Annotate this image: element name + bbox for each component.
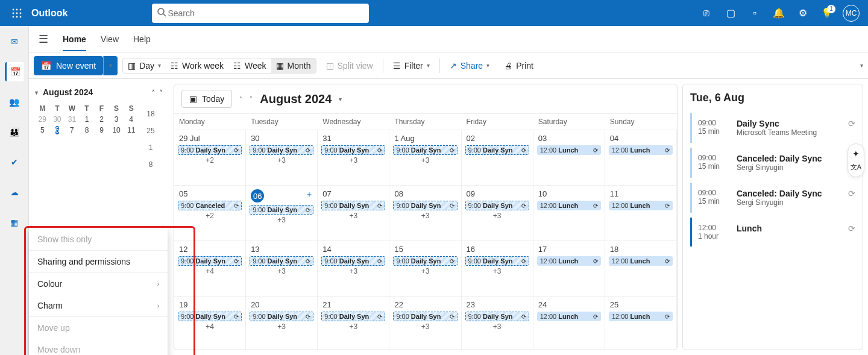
more-events[interactable]: +3 (248, 267, 315, 275)
tips-icon[interactable]: 💡1 (815, 1, 839, 25)
tab-view[interactable]: View (101, 34, 119, 44)
more-events[interactable]: +3 (464, 212, 530, 220)
more-events[interactable]: +3 (392, 156, 458, 165)
filter-button[interactable]: ☰ Filter ▾ (388, 58, 435, 73)
calendar-rail-icon[interactable]: 📅 (5, 62, 24, 81)
day-cell[interactable]: 1812:00 Lunch⟳ (605, 241, 677, 297)
ctx-sharing[interactable]: Sharing and permissions (29, 251, 168, 272)
day-cell[interactable]: 159:00 Daily Syn⟳+3 (389, 241, 461, 297)
calendar-event[interactable]: 9:00 Canceled⟳ (178, 201, 242, 210)
day-cell[interactable]: 2512:00 Lunch⟳ (605, 297, 677, 350)
view-workweek-button[interactable]: ☷ Work week (166, 58, 228, 73)
calendar-event[interactable]: 9:00 Daily Syn⟳ (250, 205, 313, 215)
more-events[interactable]: +2 (177, 212, 243, 220)
view-day-button[interactable]: ▥ Day ▾ (123, 58, 166, 73)
calendar-event[interactable]: 9:00 Daily Syn⟳ (465, 201, 529, 210)
calendar-event[interactable]: 12:00 Lunch⟳ (609, 145, 673, 155)
agenda-item[interactable]: 09:0015 minDaily SyncMicrosoft Teams Mee… (690, 113, 855, 143)
search-input[interactable] (166, 8, 364, 19)
groups-rail-icon[interactable]: 👪 (5, 122, 24, 142)
ctx-colour[interactable]: Colour› (29, 273, 168, 295)
calendar-event[interactable]: 9:00 Daily Syn⟳ (393, 312, 457, 321)
calendar-event[interactable]: 9:00 Daily Syn⟳ (321, 145, 385, 155)
calendar-event[interactable]: 9:00 Daily Syn⟳ (393, 145, 457, 155)
share-button[interactable]: ↗ Share ▾ (445, 58, 494, 73)
day-cell[interactable]: 0412:00 Lunch⟳ (605, 130, 677, 186)
day-cell[interactable]: 1 Aug9:00 Daily Syn⟳+3 (389, 130, 461, 186)
day-cell[interactable]: 079:00 Daily Syn⟳+3 (318, 186, 389, 241)
day-cell[interactable]: 309:00 Daily Syn⟳+3 (246, 130, 318, 186)
more-events[interactable]: +3 (392, 322, 458, 331)
my-day-icon[interactable]: ▫ (743, 1, 767, 25)
calendar-event[interactable]: 9:00 Daily Syn⟳ (465, 145, 529, 155)
day-cell[interactable]: 229:00 Daily Syn⟳+3 (389, 297, 461, 350)
prev-month-icon[interactable]: ˄ (239, 96, 242, 102)
tab-help[interactable]: Help (133, 34, 151, 44)
day-cell[interactable]: 129:00 Daily Syn⟳+4 (174, 241, 246, 297)
more-events[interactable]: +3 (248, 322, 315, 331)
nav-toggle-icon[interactable]: ☰ (39, 33, 48, 46)
calendar-event[interactable]: 9:00 Daily Syn⟳ (178, 256, 242, 266)
account-avatar[interactable]: MC (843, 5, 860, 22)
month-grid[interactable]: 29 Jul9:00 Daily Syn⟳+2309:00 Daily Syn⟳… (174, 130, 677, 350)
calendar-event[interactable]: 12:00 Lunch⟳ (537, 145, 601, 155)
calendar-event[interactable]: 12:00 Lunch⟳ (609, 256, 673, 266)
ctx-charm[interactable]: Charm› (29, 295, 168, 316)
calendar-event[interactable]: 9:00 Daily Syn⟳ (178, 145, 242, 155)
more-events[interactable]: +4 (177, 267, 243, 275)
notifications-icon[interactable]: 🔔 (767, 1, 791, 25)
more-events[interactable]: +3 (320, 322, 386, 331)
search-box[interactable] (152, 4, 369, 23)
day-cell[interactable]: 139:00 Daily Syn⟳+3 (246, 241, 318, 297)
calendar-event[interactable]: 9:00 Daily Syn⟳ (393, 201, 457, 210)
day-cell[interactable]: 219:00 Daily Syn⟳+3 (318, 297, 389, 350)
more-events[interactable]: +3 (320, 267, 386, 275)
day-cell[interactable]: 29 Jul9:00 Daily Syn⟳+2 (174, 130, 246, 186)
calendar-event[interactable]: 9:00 Daily Syn⟳ (321, 312, 385, 321)
more-events[interactable]: +3 (464, 267, 530, 275)
onedrive-rail-icon[interactable]: ☁ (5, 183, 24, 202)
calendar-event[interactable]: 9:00 Daily Syn⟳ (465, 256, 529, 266)
new-event-split[interactable]: ▾ (103, 56, 118, 75)
calendar-event[interactable]: 9:00 Daily Syn⟳ (250, 256, 313, 266)
people-rail-icon[interactable]: 👥 (5, 92, 24, 112)
print-button[interactable]: 🖨 Print (499, 58, 538, 73)
day-cell[interactable]: 239:00 Daily Syn⟳+3 (462, 297, 533, 350)
more-events[interactable]: +4 (177, 322, 243, 331)
mini-expand-icon[interactable]: ▾ (35, 89, 38, 96)
day-cell[interactable]: 1712:00 Lunch⟳ (533, 241, 605, 297)
calendar-event[interactable]: 9:00 Daily Syn⟳ (465, 312, 529, 321)
calendar-event[interactable]: 12:00 Lunch⟳ (537, 201, 601, 210)
mini-prev-icon[interactable]: ˄ (152, 89, 155, 96)
calendar-event[interactable]: 12:00 Lunch⟳ (537, 256, 601, 266)
more-apps-rail-icon[interactable]: ▦ (5, 213, 24, 232)
more-events[interactable]: +3 (248, 216, 315, 224)
settings-icon[interactable]: ⚙ (791, 1, 815, 25)
day-cell[interactable]: 099:00 Daily Syn⟳+3 (462, 186, 533, 241)
calendar-event[interactable]: 12:00 Lunch⟳ (537, 312, 601, 321)
calendar-event[interactable]: 9:00 Daily Syn⟳ (321, 256, 385, 266)
calendar-event[interactable]: 9:00 Daily Syn⟳ (321, 201, 385, 210)
agenda-item[interactable]: 09:0015 minCanceled: Daily SyncSergi Sin… (690, 148, 855, 178)
calendar-event[interactable]: 9:00 Daily Syn⟳ (250, 312, 313, 321)
day-cell[interactable]: 199:00 Daily Syn⟳+4 (174, 297, 246, 350)
copilot-floating-button[interactable]: ✦ 文A (848, 143, 864, 177)
day-cell[interactable]: 06＋9:00 Daily Syn⟳+3 (246, 186, 318, 241)
day-cell[interactable]: 029:00 Daily Syn⟳ (462, 130, 533, 186)
day-cell[interactable]: 149:00 Daily Syn⟳+3 (318, 241, 389, 297)
calendar-event[interactable]: 9:00 Daily Syn⟳ (250, 145, 313, 155)
more-events[interactable]: +3 (248, 156, 315, 165)
more-events[interactable]: +3 (464, 322, 530, 331)
mail-rail-icon[interactable]: ✉ (5, 32, 24, 51)
new-event-button[interactable]: 📅 New event (34, 56, 103, 75)
mini-calendar[interactable]: M T W T F S S 2930311234 567891011 (35, 103, 139, 136)
today-button[interactable]: ▣ Today (181, 90, 232, 108)
month-picker-icon[interactable]: ▾ (339, 96, 342, 102)
day-cell[interactable]: 089:00 Daily Syn⟳+3 (389, 186, 461, 241)
teams-call-icon[interactable]: ⎚ (694, 1, 719, 25)
view-week-button[interactable]: ☷ Week (228, 58, 271, 73)
agenda-item[interactable]: 09:0015 minCanceled: Daily SyncSergi Sin… (690, 183, 855, 213)
day-cell[interactable]: 0312:00 Lunch⟳ (533, 130, 605, 186)
agenda-item[interactable]: 12:001 hourLunch⟳ (690, 218, 855, 247)
more-events[interactable]: +3 (392, 267, 458, 275)
